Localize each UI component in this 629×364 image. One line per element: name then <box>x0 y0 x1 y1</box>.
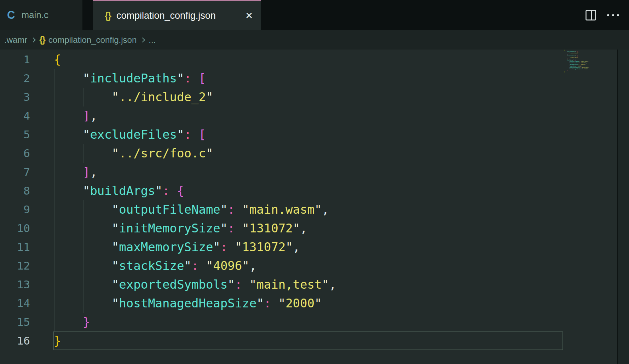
line-number[interactable]: 15 <box>0 313 30 331</box>
minimap[interactable]: { "includePaths": [ "../include_2" ], "e… <box>564 50 617 73</box>
code-line-content: "hostManagedHeapSize": "2000" <box>54 294 322 313</box>
code-area[interactable]: 1{2 "includePaths": [3 "../include_2"4 ]… <box>0 50 629 350</box>
code-line[interactable]: 15 } <box>0 313 629 331</box>
editor-actions <box>585 0 620 30</box>
line-number[interactable]: 4 <box>0 106 30 125</box>
code-line-content: "excludeFiles": [ <box>54 125 206 144</box>
tab-label: compilation_config.json <box>116 10 216 21</box>
line-number[interactable]: 10 <box>0 219 30 238</box>
line-number[interactable]: 12 <box>0 256 30 275</box>
minimap-line: } <box>564 71 617 73</box>
breadcrumb: .wamr {} compilation_config.json ... <box>0 30 629 50</box>
code-line-content: { <box>54 50 61 69</box>
code-line-content: "../include_2" <box>54 88 213 106</box>
line-number[interactable]: 5 <box>0 125 30 144</box>
code-line-content: "stackSize": "4096", <box>54 256 256 275</box>
tab-main-c[interactable]: C main.c <box>0 0 82 30</box>
code-line[interactable]: 16} <box>0 331 629 350</box>
tab-label: main.c <box>21 10 48 21</box>
code-line[interactable]: 2 "includePaths": [ <box>0 69 629 88</box>
code-line[interactable]: 1{ <box>0 50 629 69</box>
code-line-content: ], <box>54 106 97 125</box>
line-number[interactable]: 16 <box>0 331 30 350</box>
line-number[interactable]: 3 <box>0 88 30 106</box>
code-line[interactable]: 5 "excludeFiles": [ <box>0 125 629 144</box>
line-number[interactable]: 6 <box>0 144 30 163</box>
code-line-content: } <box>54 331 61 350</box>
chevron-right-icon <box>31 37 36 42</box>
chevron-right-icon <box>140 37 145 42</box>
code-line[interactable]: 4 ], <box>0 106 629 125</box>
code-line[interactable]: 9 "outputFileName": "main.wasm", <box>0 200 629 219</box>
code-line-content: "../src/foo.c" <box>54 144 213 163</box>
code-line[interactable]: 11 "maxMemorySize": "131072", <box>0 238 629 256</box>
code-line[interactable]: 12 "stackSize": "4096", <box>0 256 629 275</box>
code-line[interactable]: 13 "exportedSymbols": "main,test", <box>0 275 629 294</box>
tab-bar: C main.c {} compilation_config.json ✕ <box>0 0 629 30</box>
code-line[interactable]: 7 ], <box>0 163 629 181</box>
line-number[interactable]: 2 <box>0 69 30 88</box>
code-line[interactable]: 14 "hostManagedHeapSize": "2000" <box>0 294 629 313</box>
code-line-content: "outputFileName": "main.wasm", <box>54 200 329 219</box>
breadcrumb-symbol[interactable]: ... <box>149 35 156 45</box>
code-line-content: "includePaths": [ <box>54 69 206 88</box>
code-line-content: } <box>54 313 90 331</box>
code-line[interactable]: 6 "../src/foo.c" <box>0 144 629 163</box>
code-line-content: ], <box>54 163 97 181</box>
json-icon: {} <box>105 10 111 21</box>
breadcrumb-folder[interactable]: .wamr <box>4 35 27 45</box>
line-number[interactable]: 7 <box>0 163 30 181</box>
c-file-icon: C <box>7 9 15 22</box>
current-line-highlight <box>53 331 563 350</box>
split-editor-icon[interactable] <box>585 10 596 21</box>
code-line-content: "buildArgs": { <box>54 181 184 200</box>
code-line-content: "initMemorySize": "131072", <box>54 219 307 238</box>
breadcrumb-file[interactable]: compilation_config.json <box>48 35 137 45</box>
code-line[interactable]: 3 "../include_2" <box>0 88 629 106</box>
close-tab-icon[interactable]: ✕ <box>245 10 253 21</box>
tab-compilation-config-json[interactable]: {} compilation_config.json ✕ <box>93 0 261 30</box>
code-line-content: "exportedSymbols": "main,test", <box>54 275 336 294</box>
more-actions-icon[interactable] <box>606 13 620 17</box>
line-number[interactable]: 13 <box>0 275 30 294</box>
vertical-scrollbar[interactable] <box>617 50 629 364</box>
line-number[interactable]: 11 <box>0 238 30 256</box>
code-editor[interactable]: 1{2 "includePaths": [3 "../include_2"4 ]… <box>0 50 629 364</box>
line-number[interactable]: 1 <box>0 50 30 69</box>
json-icon: {} <box>39 35 45 45</box>
line-number[interactable]: 9 <box>0 200 30 219</box>
line-number[interactable]: 8 <box>0 181 30 200</box>
line-number[interactable]: 14 <box>0 294 30 313</box>
vscode-window: C main.c {} compilation_config.json ✕ <box>0 0 629 364</box>
code-line-content: "maxMemorySize": "131072", <box>54 238 300 256</box>
code-line[interactable]: 8 "buildArgs": { <box>0 181 629 200</box>
code-line[interactable]: 10 "initMemorySize": "131072", <box>0 219 629 238</box>
